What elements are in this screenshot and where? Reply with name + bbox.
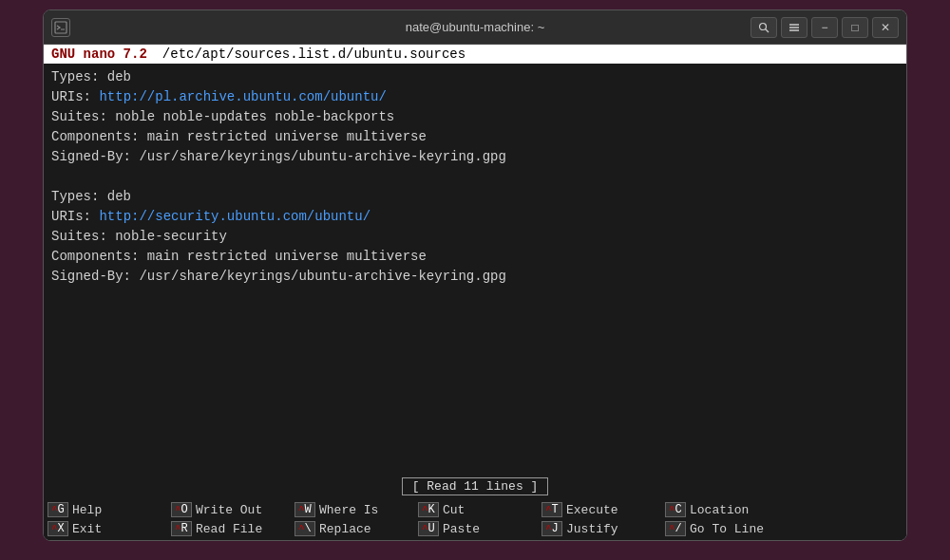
terminal-icon [51,18,70,37]
line-11: Signed-By: /usr/share/keyrings/ubuntu-ar… [51,267,899,287]
key-cu: ^U [418,521,439,536]
minimize-button[interactable]: − [811,17,838,38]
label-readfile: Read File [196,522,262,536]
line-4: Components: main restricted universe mul… [51,127,899,147]
label-paste: Paste [443,522,480,536]
line-2: URIs: http://pl.archive.ubuntu.com/ubunt… [51,87,899,107]
line-1: Types: deb [51,67,899,87]
label-exit: Exit [72,522,102,536]
shortcut-row-2: ^X Exit ^R Read File ^\ Replace ^U Paste… [44,519,906,538]
shortcut-replace: ^\ Replace [294,521,418,536]
label-whereis: Where Is [319,503,378,517]
line-3: Suites: noble noble-updates noble-backpo… [51,107,899,127]
line-8: URIs: http://security.ubuntu.com/ubuntu/ [51,207,899,227]
label-cut: Cut [443,503,465,517]
shortcut-justify: ^J Justify [542,521,665,536]
key-cslash: ^/ [665,521,686,536]
line-5: Signed-By: /usr/share/keyrings/ubuntu-ar… [51,147,899,167]
menu-button[interactable] [781,17,808,38]
svg-line-2 [766,28,770,32]
status-bar: [ Read 11 lines ] [44,475,906,498]
editor-area[interactable]: GNU nano 7.2 /etc/apt/sources.list.d/ubu… [44,45,906,540]
titlebar-left [51,18,70,37]
titlebar: nate@ubuntu-machine: ~ − □ ✕ [44,10,906,45]
nano-name: GNU nano 7.2 [51,47,147,62]
svg-point-1 [760,23,767,29]
line-7: Types: deb [51,187,899,207]
label-gotoline: Go To Line [690,522,764,536]
label-replace: Replace [319,522,371,536]
shortcut-paste: ^U Paste [418,521,542,536]
link-1: http://pl.archive.ubuntu.com/ubuntu/ [99,89,386,104]
shortcut-cut: ^K Cut [418,502,542,517]
shortcut-row-1: ^G Help ^O Write Out ^W Where Is ^K Cut … [44,500,906,519]
label-help: Help [72,503,102,517]
shortcut-location: ^C Location [665,502,788,517]
key-cw: ^W [294,502,315,517]
key-cg: ^G [48,502,68,517]
titlebar-buttons: − □ ✕ [750,17,899,38]
label-writeout: Write Out [196,503,262,517]
label-justify: Justify [566,522,618,536]
status-message: [ Read 11 lines ] [402,477,549,495]
key-cbslash: ^\ [294,521,315,536]
line-9: Suites: noble-security [51,227,899,247]
terminal-window: nate@ubuntu-machine: ~ − □ ✕ [43,9,907,541]
shortcut-gotoline: ^/ Go To Line [665,521,788,536]
shortcut-help: ^G Help [48,502,171,517]
key-ct: ^T [542,502,562,517]
key-ck: ^K [418,502,439,517]
label-location: Location [690,503,749,517]
shortcut-exit: ^X Exit [48,521,171,536]
close-button[interactable]: ✕ [872,17,899,38]
key-cc: ^C [665,502,686,517]
nano-file: /etc/apt/sources.list.d/ubuntu.sources [162,47,466,62]
label-execute: Execute [566,503,618,517]
line-10: Components: main restricted universe mul… [51,247,899,267]
link-2: http://security.ubuntu.com/ubuntu/ [99,209,370,224]
line-6 [51,167,899,187]
key-co: ^O [171,502,192,517]
shortcut-readfile: ^R Read File [171,521,294,536]
search-button[interactable] [750,17,777,38]
key-cr: ^R [171,521,192,536]
key-cx: ^X [48,521,68,536]
key-cj: ^J [542,521,562,536]
shortcut-whereis: ^W Where Is [294,502,418,517]
shortcut-execute: ^T Execute [542,502,665,517]
shortcut-writeout: ^O Write Out [171,502,294,517]
file-content[interactable]: Types: deb URIs: http://pl.archive.ubunt… [44,64,906,475]
nano-header: GNU nano 7.2 /etc/apt/sources.list.d/ubu… [44,45,906,64]
maximize-button[interactable]: □ [842,17,868,38]
shortcut-bar: ^G Help ^O Write Out ^W Where Is ^K Cut … [44,498,906,540]
